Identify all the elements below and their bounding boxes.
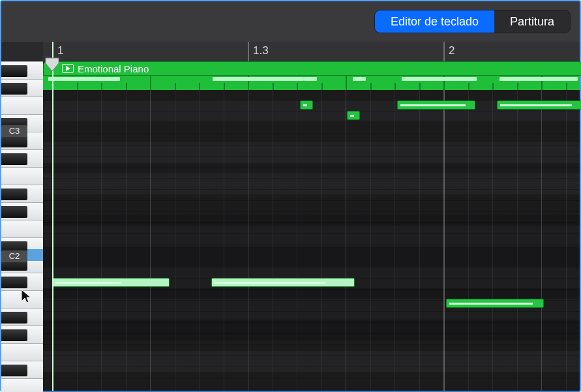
- black-key[interactable]: [1, 206, 27, 218]
- octave-label: C2: [1, 250, 27, 262]
- midi-note[interactable]: [446, 299, 544, 308]
- region-overview-strip[interactable]: [43, 76, 580, 90]
- black-key[interactable]: [1, 365, 27, 376]
- white-key[interactable]: [1, 378, 43, 392]
- white-key[interactable]: [1, 97, 43, 114]
- midi-note[interactable]: [52, 278, 170, 287]
- timeline-ruler[interactable]: 11.32: [43, 42, 580, 61]
- region-play-icon: [62, 64, 74, 73]
- view-mode-segmented: Editor de teclado Partitura: [374, 10, 571, 33]
- region-name: Emotional Piano: [78, 63, 149, 74]
- black-key[interactable]: [1, 188, 27, 200]
- ruler-marker: 1.3: [253, 44, 269, 57]
- region-header-row: Emotional Piano: [43, 61, 580, 76]
- piano-keyboard[interactable]: C3C2: [1, 61, 43, 391]
- black-key[interactable]: [1, 83, 27, 95]
- tab-keyboard-editor[interactable]: Editor de teclado: [375, 10, 494, 33]
- black-key[interactable]: [1, 277, 27, 288]
- black-key[interactable]: [1, 65, 27, 77]
- midi-note[interactable]: [211, 278, 355, 287]
- ruler-marker: 1: [57, 44, 63, 57]
- region-header[interactable]: Emotional Piano: [43, 61, 581, 76]
- midi-note[interactable]: [347, 111, 360, 120]
- playhead[interactable]: [52, 42, 53, 391]
- white-key[interactable]: [1, 343, 43, 361]
- black-key[interactable]: [1, 136, 27, 147]
- midi-note[interactable]: [497, 100, 581, 110]
- piano-roll-window: Editor de teclado Partitura 11.32 Emotio…: [0, 0, 581, 392]
- note-grid[interactable]: [43, 90, 580, 391]
- ruler-marker: 2: [449, 44, 454, 57]
- octave-label: C3: [1, 125, 27, 137]
- tab-score[interactable]: Partitura: [494, 10, 570, 33]
- white-key[interactable]: [1, 167, 43, 185]
- midi-note[interactable]: [397, 100, 475, 110]
- black-key[interactable]: [1, 312, 27, 324]
- black-key[interactable]: [1, 329, 27, 341]
- white-key[interactable]: [1, 220, 43, 237]
- white-key[interactable]: [1, 290, 43, 308]
- black-key[interactable]: [1, 153, 27, 165]
- midi-note[interactable]: [300, 100, 313, 110]
- editor-toolbar: Editor de teclado Partitura: [1, 1, 580, 42]
- selected-pitch-highlight: [27, 249, 43, 261]
